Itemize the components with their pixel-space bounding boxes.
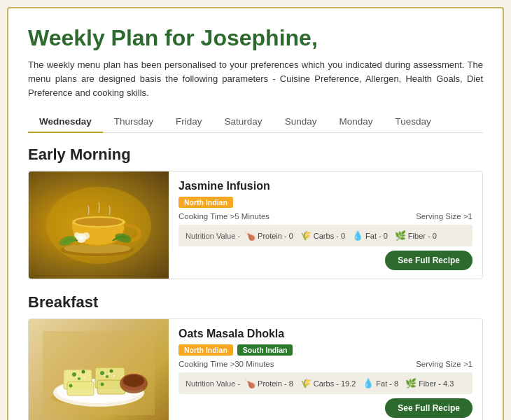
- dhokla-see-full-recipe-button[interactable]: See Full Recipe: [385, 398, 472, 418]
- page-description: The weekly menu plan has been personalis…: [28, 58, 483, 100]
- jasmine-serving-size: Serving Size >1: [416, 212, 472, 220]
- tab-sunday[interactable]: Sunday: [274, 111, 328, 133]
- page-title: Weekly Plan for Josephine,: [28, 25, 483, 51]
- svg-point-33: [104, 374, 105, 376]
- tag-north-indian-dhokla: North Indian: [178, 344, 233, 356]
- breakfast-title: Breakfast: [28, 293, 483, 312]
- protein-icon: 🍗: [244, 230, 255, 241]
- jasmine-protein: 🍗 Protein - 0: [244, 230, 293, 241]
- dhokla-fiber: 🌿 Fiber - 4.3: [405, 378, 454, 388]
- dhokla-tags: North Indian South Indian: [178, 344, 472, 356]
- meal-image-jasmine: [29, 172, 169, 279]
- early-morning-section: Early Morning: [28, 146, 483, 279]
- tab-monday[interactable]: Monday: [328, 111, 384, 133]
- svg-point-8: [83, 232, 90, 239]
- jasmine-tags: North Indian: [178, 197, 472, 208]
- meal-image-dhokla: [29, 319, 169, 420]
- tab-friday[interactable]: Friday: [164, 111, 214, 133]
- dhokla-protein: 🍗 Protein - 8: [244, 378, 293, 388]
- jasmine-meal-info: Jasmine Infusion North Indian Cooking Ti…: [169, 172, 482, 279]
- meal-card-dhokla: Oats Masala Dhokla North Indian South In…: [28, 318, 483, 420]
- jasmine-carbs: 🌾 Carbs - 0: [300, 230, 345, 241]
- tag-south-indian-dhokla: South Indian: [237, 344, 293, 356]
- early-morning-title: Early Morning: [28, 146, 483, 164]
- dhokla-cooking-time: Cooking Time >30 Minutes: [178, 360, 274, 368]
- jasmine-fiber: 🌿 Fiber - 0: [395, 230, 437, 241]
- svg-point-7: [74, 232, 80, 238]
- svg-point-25: [69, 384, 73, 387]
- tab-tuesday[interactable]: Tuesday: [384, 111, 442, 133]
- dhokla-nutrition-bar: Nutrition Value - 🍗 Protein - 8 🌾 Carbs …: [178, 372, 472, 394]
- svg-point-22: [100, 371, 104, 375]
- day-tabs: Wednesday Thursday Friday Saturday Sunda…: [28, 111, 483, 133]
- dhokla-nutrition-label: Nutrition Value -: [186, 379, 240, 388]
- svg-point-24: [106, 375, 108, 378]
- dhokla-carbs: 🌾 Carbs - 19.2: [300, 378, 356, 388]
- svg-point-20: [82, 370, 85, 373]
- fiber-icon: 🌿: [395, 230, 406, 241]
- svg-point-26: [101, 382, 104, 386]
- breakfast-section: Breakfast: [28, 293, 483, 420]
- svg-point-31: [80, 374, 81, 376]
- svg-point-29: [123, 374, 144, 387]
- svg-point-34: [108, 373, 110, 374]
- dhokla-illustration: [43, 331, 155, 415]
- svg-point-30: [76, 376, 77, 377]
- svg-point-32: [84, 377, 85, 378]
- svg-point-35: [113, 375, 115, 377]
- jasmine-cooking-time: Cooking Time >5 Minutes: [178, 212, 270, 220]
- dhokla-cooking-row: Cooking Time >30 Minutes Serving Size >1: [178, 360, 472, 368]
- jasmine-illustration: [43, 183, 155, 267]
- jasmine-see-full-recipe-button[interactable]: See Full Recipe: [385, 251, 472, 270]
- dhokla-meal-name: Oats Masala Dhokla: [178, 328, 472, 340]
- tag-north-indian: North Indian: [178, 197, 233, 208]
- meal-card-jasmine: Jasmine Infusion North Indian Cooking Ti…: [28, 171, 483, 279]
- fiber-icon-dhokla: 🌿: [405, 378, 416, 388]
- svg-point-4: [75, 218, 122, 226]
- dhokla-serving-size: Serving Size >1: [416, 360, 472, 368]
- tab-thursday[interactable]: Thursday: [103, 111, 164, 133]
- jasmine-nutrition-bar: Nutrition Value - 🍗 Protein - 0 🌾 Carbs …: [178, 225, 472, 246]
- jasmine-cooking-row: Cooking Time >5 Minutes Serving Size >1: [178, 212, 472, 220]
- jasmine-meal-name: Jasmine Infusion: [178, 180, 472, 192]
- dhokla-meal-info: Oats Masala Dhokla North Indian South In…: [169, 319, 482, 420]
- svg-point-21: [78, 377, 80, 380]
- svg-rect-17: [67, 382, 94, 396]
- weekly-plan-card: Weekly Plan for Josephine, The weekly me…: [7, 7, 504, 420]
- tab-wednesday[interactable]: Wednesday: [28, 111, 103, 133]
- svg-point-23: [110, 369, 113, 372]
- carbs-icon: 🌾: [300, 230, 312, 241]
- fat-icon: 💧: [352, 230, 363, 241]
- carbs-icon-dhokla: 🌾: [300, 378, 312, 388]
- svg-point-19: [72, 372, 76, 377]
- fat-icon-dhokla: 💧: [363, 378, 374, 388]
- tab-saturday[interactable]: Saturday: [214, 111, 274, 133]
- protein-icon-dhokla: 🍗: [244, 378, 255, 388]
- dhokla-fat: 💧 Fat - 8: [363, 378, 398, 388]
- jasmine-fat: 💧 Fat - 0: [352, 230, 388, 241]
- jasmine-nutrition-label: Nutrition Value -: [186, 232, 240, 240]
